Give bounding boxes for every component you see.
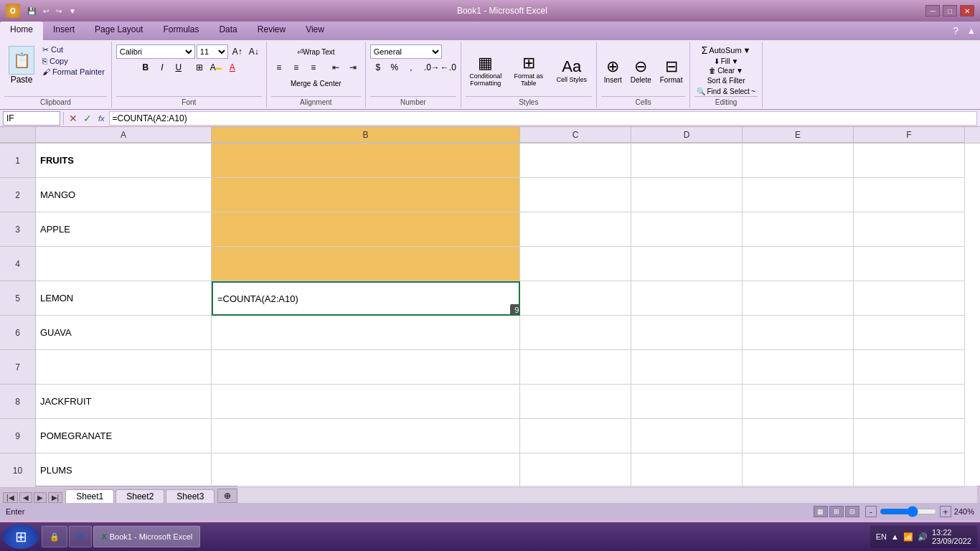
cell-b7[interactable] [212, 350, 520, 385]
tab-formulas[interactable]: Formulas [153, 22, 209, 40]
tab-home[interactable]: Home [0, 22, 43, 40]
cell-b2[interactable] [212, 178, 520, 212]
decimal-decrease-button[interactable]: ←.0 [440, 60, 456, 75]
cell-f5[interactable] [854, 281, 965, 316]
cell-b8[interactable] [212, 385, 520, 419]
row-header-3[interactable]: 3 [0, 212, 36, 247]
cell-f6[interactable] [854, 316, 965, 350]
cell-c1[interactable] [520, 143, 631, 178]
percent-button[interactable]: % [387, 60, 402, 75]
paste-button[interactable]: 📋 Paste [4, 44, 39, 86]
italic-button[interactable]: I [154, 60, 170, 75]
cell-e10[interactable] [743, 453, 854, 488]
cell-e7[interactable] [743, 350, 854, 385]
cell-f8[interactable] [854, 385, 965, 419]
format-as-table-button[interactable]: ⊞ Format as Table [509, 53, 549, 88]
cell-a10[interactable]: PLUMS [36, 453, 212, 488]
column-header-a[interactable]: A [36, 127, 212, 143]
restore-button[interactable]: □ [943, 5, 957, 17]
taskbar-word-item[interactable]: W [69, 526, 92, 547]
new-sheet-button[interactable]: ⊕ [217, 489, 237, 503]
insert-function-button[interactable]: fx [95, 114, 108, 123]
row-header-1[interactable]: 1 [0, 143, 36, 178]
wrap-text-button[interactable]: ⏎ Wrap Text [308, 44, 324, 59]
column-header-b[interactable]: B [212, 127, 520, 143]
delete-cell-button[interactable]: ⊖ Delete [628, 56, 654, 85]
cell-d9[interactable] [631, 419, 743, 453]
sheet-nav-prev[interactable]: ◀ [19, 492, 32, 503]
format-painter-button[interactable]: 🖌 Format Painter [40, 67, 107, 77]
tab-review[interactable]: Review [248, 22, 296, 40]
close-button[interactable]: ✕ [960, 5, 974, 17]
cell-c5[interactable] [520, 281, 631, 316]
cell-b3[interactable] [212, 212, 520, 247]
increase-font-size-button[interactable]: A↑ [230, 44, 245, 59]
ribbon-minimize-button[interactable]: ▲ [963, 22, 980, 40]
cell-b4[interactable] [212, 247, 520, 281]
cell-e4[interactable] [743, 247, 854, 281]
cell-c9[interactable] [520, 419, 631, 453]
cell-c4[interactable] [520, 247, 631, 281]
normal-view-button[interactable]: ▦ [814, 506, 828, 517]
cell-c2[interactable] [520, 178, 631, 212]
cell-d7[interactable] [631, 350, 743, 385]
accounting-button[interactable]: $ [370, 60, 386, 75]
align-left-button[interactable]: ≡ [271, 60, 287, 75]
customize-button[interactable]: ▼ [66, 6, 79, 16]
column-header-f[interactable]: F [854, 127, 965, 143]
sheet-nav-next[interactable]: ▶ [34, 492, 47, 503]
cell-d1[interactable] [631, 143, 743, 178]
row-header-5[interactable]: 5 [0, 281, 36, 316]
cell-b1[interactable] [212, 143, 520, 178]
cell-d5[interactable] [631, 281, 743, 316]
cell-c3[interactable] [520, 212, 631, 247]
horizontal-scrollbar[interactable] [237, 486, 977, 503]
fill-color-button[interactable]: A▬ [208, 60, 224, 75]
indent-increase-button[interactable]: ⇥ [345, 60, 361, 75]
sheet-nav-first[interactable]: |◀ [3, 492, 18, 503]
number-format-select[interactable]: General [370, 44, 442, 59]
cell-d8[interactable] [631, 385, 743, 419]
cell-styles-button[interactable]: Aa Cell Styles [552, 57, 592, 84]
cell-e3[interactable] [743, 212, 854, 247]
font-name-select[interactable]: Calibri [116, 44, 195, 59]
cell-d10[interactable] [631, 453, 743, 488]
cell-a8[interactable]: JACKFRUIT [36, 385, 212, 419]
conditional-formatting-button[interactable]: ▦ Conditional Formatting [466, 53, 506, 88]
insert-cell-button[interactable]: ⊕ Insert [601, 56, 625, 85]
cell-a4[interactable] [36, 247, 212, 281]
cell-a2[interactable]: MANGO [36, 178, 212, 212]
cell-d2[interactable] [631, 178, 743, 212]
column-header-e[interactable]: E [743, 127, 854, 143]
sheet-tab-sheet1[interactable]: Sheet1 [65, 489, 114, 503]
font-size-select[interactable]: 11 [197, 44, 228, 59]
indent-decrease-button[interactable]: ⇤ [328, 60, 344, 75]
tab-data[interactable]: Data [209, 22, 247, 40]
zoom-slider[interactable] [880, 506, 937, 517]
sheet-tab-sheet2[interactable]: Sheet2 [116, 489, 164, 503]
row-header-9[interactable]: 9 [0, 419, 36, 453]
taskbar-security-item[interactable]: 🔒 [42, 526, 67, 547]
clear-button[interactable]: 🗑 Clear ▼ [709, 67, 743, 75]
comma-button[interactable]: , [403, 60, 419, 75]
column-header-c[interactable]: C [520, 127, 631, 143]
cell-a5[interactable]: LEMON [36, 281, 212, 316]
row-header-2[interactable]: 2 [0, 178, 36, 212]
sort-filter-button[interactable]: Sort & Filter [705, 76, 748, 85]
cell-e9[interactable] [743, 419, 854, 453]
cell-f10[interactable] [854, 453, 965, 488]
align-center-button[interactable]: ≡ [288, 60, 304, 75]
row-header-7[interactable]: 7 [0, 350, 36, 385]
cell-f3[interactable] [854, 212, 965, 247]
tab-view[interactable]: View [296, 22, 334, 40]
cell-e8[interactable] [743, 385, 854, 419]
cell-e6[interactable] [743, 316, 854, 350]
formula-input[interactable] [109, 111, 977, 126]
border-button[interactable]: ⊞ [192, 60, 207, 75]
format-cell-button[interactable]: ⊟ Format [657, 56, 686, 85]
cut-button[interactable]: ✂ Cut [40, 44, 107, 55]
cell-a6[interactable]: GUAVA [36, 316, 212, 350]
help-button[interactable]: ? [948, 22, 963, 40]
column-header-d[interactable]: D [631, 127, 743, 143]
select-all-button[interactable] [0, 127, 36, 143]
